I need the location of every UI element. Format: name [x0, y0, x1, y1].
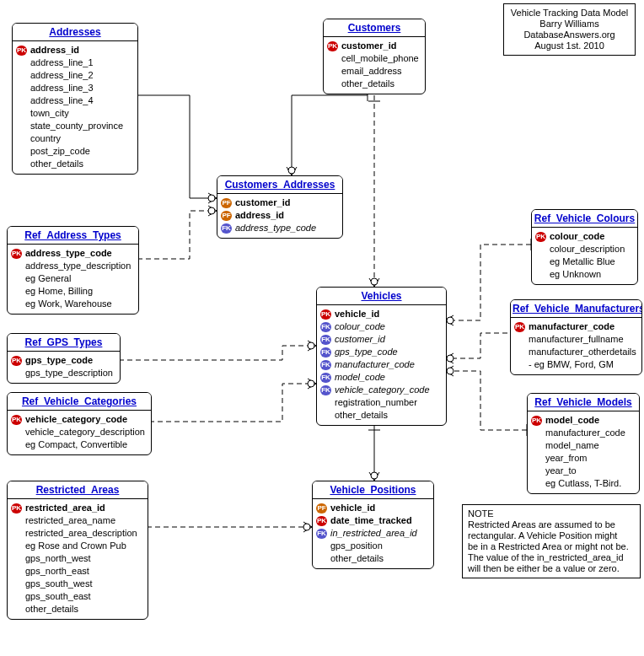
attribute-row: country [16, 132, 134, 145]
attribute-row: PKvehicle_id [320, 308, 443, 320]
attribute-row: address_line_3 [16, 82, 134, 94]
attribute-row: other_details [327, 78, 421, 90]
svg-point-1 [288, 167, 295, 174]
attribute-name: colour_code [550, 230, 604, 243]
pk-icon: PK [11, 503, 22, 514]
svg-point-0 [208, 195, 215, 202]
pk-icon: PK [327, 41, 338, 51]
pf-icon: PF [221, 211, 232, 221]
entity-ref-gps-types: Ref_GPS_Types PKgps_type_codegps_type_de… [7, 333, 121, 384]
fk-icon: FK [320, 335, 331, 345]
note-box: NOTE Restricted Areas are assumed to be … [462, 504, 641, 578]
attribute-name: address_line_1 [30, 56, 94, 69]
attribute-row: year_to [531, 465, 636, 477]
attribute-name: - eg BMW, Ford, GM [529, 358, 614, 371]
pk-icon: PK [531, 416, 542, 426]
attribute-name: colour_description [550, 243, 625, 255]
attribute-row: eg Unknown [535, 268, 634, 281]
fk-icon: FK [320, 373, 331, 383]
attribute-name: eg Cutlass, T-Bird. [545, 477, 621, 490]
entity-title: Restricted_Areas [8, 481, 148, 499]
attribute-row: FKmodel_code [320, 371, 443, 384]
attribute-name: manufacturer_code [545, 427, 625, 439]
attribute-name: colour_code [335, 320, 385, 333]
attribute-row: manufacturer_fullname [514, 333, 638, 346]
attribute-name: customer_id [335, 333, 385, 346]
attribute-name: other_details [330, 552, 384, 565]
attribute-row: registration_number [320, 396, 443, 409]
pk-icon: PK [320, 309, 331, 320]
attribute-row: PFaddress_id [221, 209, 339, 222]
note-line: be in a Restricted Area or might not be. [468, 541, 635, 552]
attribute-row: FKvehicle_category_code [320, 384, 443, 396]
attribute-row: other_details [11, 603, 144, 616]
attribute-row: PKmodel_code [531, 414, 636, 427]
pf-icon: PF [221, 198, 232, 208]
fk-icon: FK [320, 360, 331, 370]
meta-author: Barry Williams [509, 19, 630, 30]
attribute-row: gps_south_west [11, 578, 144, 590]
attribute-row: FKgps_type_code [320, 346, 443, 358]
attribute-row: eg General [11, 272, 135, 285]
pk-icon: PK [535, 232, 546, 242]
attribute-name: vehicle_id [330, 502, 375, 514]
attribute-name: model_code [545, 414, 599, 427]
attribute-name: eg Home, Billing [25, 285, 93, 298]
attribute-name: address_type_code [235, 222, 316, 234]
attribute-row: PFvehicle_id [316, 502, 430, 514]
fk-icon: FK [221, 223, 232, 234]
meta-site: DatabaseAnswers.org [509, 30, 630, 40]
attribute-name: customer_id [235, 196, 290, 209]
attribute-row: email_address [327, 65, 421, 78]
attribute-row: restricted_area_name [11, 514, 144, 527]
svg-point-4 [308, 342, 314, 349]
attribute-row: post_zip_code [16, 145, 134, 158]
attribute-name: registration_number [335, 396, 417, 409]
entity-customers-addresses: Customers_Addresses PFcustomer_idPFaddre… [217, 175, 343, 239]
attribute-name: address_type_code [25, 247, 112, 260]
entity-ref-vehicle-categories: Ref_Vehicle_Categories PKvehicle_categor… [7, 392, 152, 455]
meta-date: August 1st. 2010 [509, 40, 630, 51]
attribute-row: town_city [16, 107, 134, 120]
attribute-row: PKdate_time_tracked [316, 514, 430, 527]
attribute-name: restricted_area_description [25, 527, 137, 540]
attribute-row: other_details [16, 158, 134, 170]
attribute-row: gps_north_east [11, 565, 144, 578]
note-line: Restricted Areas are assumed to be [468, 519, 635, 530]
attribute-name: eg Unknown [550, 268, 601, 281]
entity-title: Ref_Vehicle_Manufacturers [511, 300, 641, 318]
attribute-name: gps_type_code [25, 354, 93, 367]
entity-title: Ref_GPS_Types [8, 334, 120, 352]
attribute-row: vehicle_category_description [11, 426, 148, 438]
attribute-name: restricted_area_id [25, 502, 105, 514]
entity-title: Ref_Vehicle_Categories [8, 393, 151, 411]
entity-customers: Customers PKcustomer_idcell_mobile_phone… [323, 19, 426, 94]
attribute-name: other_details [341, 78, 394, 90]
attribute-name: vehicle_category_code [335, 384, 430, 396]
attribute-name: manufacturer_fullname [529, 333, 624, 346]
attribute-row: eg Work, Warehouse [11, 298, 135, 310]
attribute-row: eg Rose and Crown Pub [11, 540, 144, 552]
entity-title: Ref_Address_Types [8, 227, 138, 245]
entity-title: Ref_Vehicle_Models [528, 394, 639, 411]
attribute-name: vehicle_category_description [25, 426, 145, 438]
attribute-name: state_county_province [30, 120, 123, 132]
attribute-name: post_zip_code [30, 145, 90, 158]
note-line: The value of the in_restricted_area_id [468, 552, 635, 563]
entity-title: Customers [324, 19, 425, 37]
attribute-name: manufacturer_otherdetails [529, 346, 636, 358]
attribute-name: eg Compact, Convertible [25, 438, 127, 451]
entity-ref-vehicle-manufacturers: Ref_Vehicle_Manufacturers PKmanufacturer… [510, 299, 642, 375]
pk-icon: PK [316, 516, 327, 526]
attribute-name: address_id [235, 209, 284, 222]
attribute-row: eg Cutlass, T-Bird. [531, 477, 636, 490]
attribute-name: manufacturer_code [335, 358, 415, 371]
entity-title: Ref_Vehicle_Colours [532, 210, 637, 228]
attribute-row: PKcolour_code [535, 230, 634, 243]
note-heading: NOTE [468, 508, 635, 519]
svg-point-5 [308, 380, 314, 387]
attribute-name: eg General [25, 272, 71, 285]
pf-icon: PF [316, 503, 327, 514]
attribute-name: address_line_2 [30, 69, 94, 82]
attribute-name: address_id [30, 44, 79, 56]
